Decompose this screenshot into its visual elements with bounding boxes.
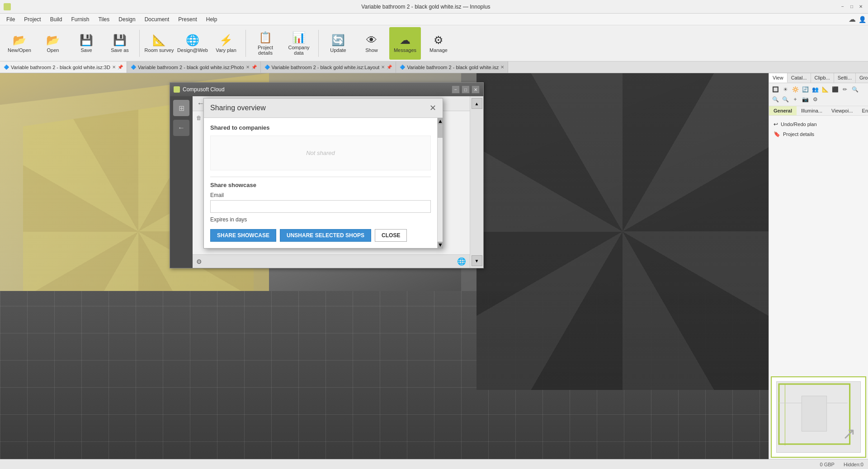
right-panel-subtab-general[interactable]: General xyxy=(769,106,797,115)
rp-btn-2[interactable]: ☀ xyxy=(781,85,790,94)
close-sharing-button[interactable]: CLOSE xyxy=(375,229,407,242)
rp-btn-3[interactable]: 🔆 xyxy=(791,85,800,94)
save-icon: 💾 xyxy=(80,34,93,47)
rp-btn-4[interactable]: 🔄 xyxy=(801,85,810,94)
rp-btn-7[interactable]: ⬛ xyxy=(830,85,840,94)
company-data-button[interactable]: 📊 Company data xyxy=(283,27,315,60)
rp-btn-1[interactable]: 🔲 xyxy=(771,85,780,94)
cloud-sidebar-right: ▲ ▼ xyxy=(470,96,483,268)
close-button[interactable]: ✕ xyxy=(857,3,864,10)
right-panel-tab-catalog[interactable]: Catal... xyxy=(788,73,811,83)
sharing-divider xyxy=(210,177,431,177)
tab-photo[interactable]: 🔷 Variable bathroom 2 - black gold white… xyxy=(127,61,261,73)
right-panel-subtab-environ[interactable]: Environ... xyxy=(858,106,868,115)
cloud-scroll-down-button[interactable]: ▼ xyxy=(472,255,482,266)
project-details-item[interactable]: 🔖 Project details xyxy=(773,129,864,139)
right-panel-tab-settings[interactable]: Setti... xyxy=(834,73,856,83)
project-details-rp-icon: 🔖 xyxy=(774,131,780,137)
minimize-button[interactable]: − xyxy=(839,3,846,10)
title-bar: Variable bathroom 2 - black gold white.i… xyxy=(0,0,868,14)
cloud-bottom-icon-1[interactable]: ⚙ xyxy=(196,258,202,265)
cloud-sidebar-icon-2[interactable]: ← xyxy=(173,120,189,136)
menu-build[interactable]: Build xyxy=(46,14,67,25)
tab-layout-icon: 🔷 xyxy=(264,65,270,70)
rp-btn-8[interactable]: ✏ xyxy=(840,85,849,94)
rp-btn-9[interactable]: 🔍 xyxy=(850,85,859,94)
minimap: ↗ xyxy=(771,376,866,458)
email-input[interactable] xyxy=(210,200,431,213)
menu-present[interactable]: Present xyxy=(174,14,201,25)
cloud-sidebar-grid-icon[interactable]: ⊞ xyxy=(173,100,189,116)
menu-project[interactable]: Project xyxy=(19,14,45,25)
tab-layout[interactable]: 🔷 Variable bathroom 2 - black gold white… xyxy=(261,61,396,73)
right-panel-tab-view[interactable]: View xyxy=(769,73,788,83)
show-button[interactable]: 👁 Show xyxy=(356,27,387,60)
update-button[interactable]: 🔄 Update xyxy=(322,27,354,60)
cloud-maximize-button[interactable]: □ xyxy=(462,85,470,94)
scroll-thumb[interactable] xyxy=(438,124,443,138)
menu-tiles[interactable]: Tiles xyxy=(94,14,114,25)
save-as-label: Save as xyxy=(111,47,129,53)
open-button[interactable]: 📂 Open xyxy=(37,27,69,60)
cloud-icon: ☁ xyxy=(849,15,856,23)
project-details-button[interactable]: 📋 Project details xyxy=(250,27,281,60)
vary-plan-button[interactable]: ⚡ Vary plan xyxy=(210,27,242,60)
cloud-sidebar: ⊞ ← xyxy=(170,96,193,268)
rp-btn-10[interactable]: 🔍 xyxy=(771,95,780,104)
room-survey-label: Room survey xyxy=(145,47,174,53)
not-shared-text: Not shared xyxy=(210,136,431,170)
tab-photo-close[interactable]: ✕ xyxy=(246,65,250,70)
sharing-scrollbar[interactable]: ▲ ▼ xyxy=(437,118,443,248)
new-open-icon: 📂 xyxy=(13,34,26,47)
tab-3d[interactable]: 🔷 Variable bathroom 2 - black gold white… xyxy=(0,61,127,73)
design-web-button[interactable]: 🌐 Design@Web xyxy=(177,27,208,60)
expires-label: Expires in days xyxy=(210,216,431,223)
messages-label: Messages xyxy=(394,47,416,53)
messages-button[interactable]: ☁ Messages xyxy=(389,27,421,60)
cloud-close-button[interactable]: ✕ xyxy=(472,85,480,94)
new-open-button[interactable]: 📂 New/Open xyxy=(4,27,35,60)
right-panel-tab-groups[interactable]: Grou... xyxy=(856,73,868,83)
room-survey-button[interactable]: 📐 Room survey xyxy=(143,27,175,60)
user-icon: 👤 xyxy=(859,16,866,23)
menu-document[interactable]: Document xyxy=(140,14,174,25)
rp-btn-5[interactable]: 👥 xyxy=(811,85,820,94)
sharing-close-button[interactable]: ✕ xyxy=(429,103,436,113)
save-button[interactable]: 💾 Save xyxy=(71,27,102,60)
tab-3d-close[interactable]: ✕ xyxy=(112,65,116,70)
scroll-arrow-down[interactable]: ▼ xyxy=(438,242,443,248)
cloud-globe-icon[interactable]: 🌐 xyxy=(457,257,466,266)
rp-btn-13[interactable]: 📷 xyxy=(801,95,810,104)
share-showcase-button[interactable]: SHARE SHOWCASE xyxy=(210,229,276,242)
menu-design[interactable]: Design xyxy=(114,14,140,25)
messages-icon: ☁ xyxy=(400,34,410,47)
save-label: Save xyxy=(80,47,92,53)
menu-furnish[interactable]: Furnish xyxy=(66,14,94,25)
tab-main-label: Variable bathroom 2 - black gold white.i… xyxy=(407,65,499,70)
save-as-icon: 💾 xyxy=(113,34,127,47)
save-as-button[interactable]: 💾 Save as xyxy=(104,27,136,60)
manage-button[interactable]: ⚙ Manage xyxy=(423,27,454,60)
cloud-scroll-up-button[interactable]: ▲ xyxy=(472,98,482,109)
cloud-delete-icon[interactable]: 🗑 xyxy=(196,115,202,121)
right-panel-tab-clipboard[interactable]: Clipb... xyxy=(811,73,834,83)
right-panel-subtab-illumina[interactable]: Illumina... xyxy=(797,106,827,115)
right-panel-subtab-viewpoi[interactable]: Viewpoi... xyxy=(827,106,858,115)
rp-btn-6[interactable]: 📐 xyxy=(821,85,830,94)
toolbar-separator-2 xyxy=(245,30,246,57)
maximize-button[interactable]: □ xyxy=(848,3,855,10)
menu-file[interactable]: File xyxy=(2,14,19,25)
menu-help[interactable]: Help xyxy=(202,14,222,25)
tab-main-close[interactable]: ✕ xyxy=(500,65,504,70)
dark-wall xyxy=(476,73,769,390)
cloud-minimize-button[interactable]: − xyxy=(452,85,460,94)
unshare-shops-button[interactable]: UNSHARE SELECTED SHOPS xyxy=(280,229,371,242)
undo-redo-item[interactable]: ↩ Undo/Redo plan xyxy=(773,119,864,129)
tab-layout-close[interactable]: ✕ xyxy=(381,65,385,70)
rp-btn-12[interactable]: + xyxy=(791,95,800,104)
tab-main[interactable]: 🔷 Variable bathroom 2 - black gold white… xyxy=(396,61,508,73)
rp-btn-11[interactable]: 🔍 xyxy=(781,95,790,104)
open-label: Open xyxy=(47,47,59,53)
rp-btn-14[interactable]: ⚙ xyxy=(811,95,820,104)
scroll-arrow-up[interactable]: ▲ xyxy=(438,118,443,124)
